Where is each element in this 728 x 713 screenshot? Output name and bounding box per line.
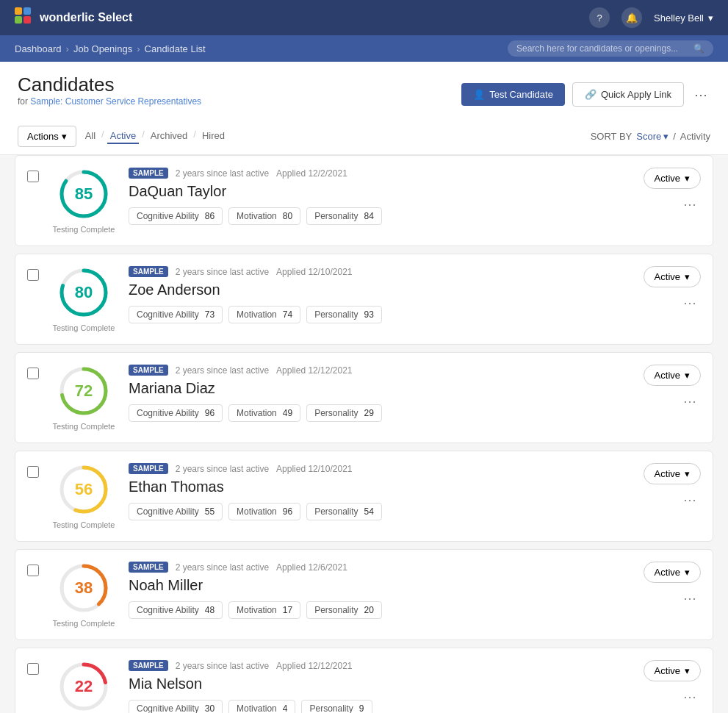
applied-date: Applied 12/10/2021	[276, 464, 352, 474]
score-circle: 80	[57, 266, 110, 319]
cognitive-value: 48	[205, 605, 215, 615]
last-active: 2 years since last active	[176, 168, 269, 179]
candidate-name[interactable]: DaQuan Taylor	[129, 183, 594, 200]
motivation-score: Motivation 49	[228, 404, 300, 422]
motivation-score: Motivation 96	[228, 503, 300, 520]
test-candidate-button[interactable]: 👤 Test Candidate	[461, 83, 565, 106]
cognitive-value: 73	[205, 309, 215, 320]
card-more-button[interactable]: ⋯	[679, 293, 701, 312]
filter-archived[interactable]: Archived	[148, 129, 191, 144]
card-checkbox-2	[27, 365, 39, 431]
candidate-checkbox[interactable]	[27, 171, 39, 182]
candidate-card: 38 Testing Complete SAMPLE 2 years since…	[15, 549, 713, 640]
subtitle-link[interactable]: Sample: Customer Service Representatives	[30, 96, 201, 107]
cognitive-label: Cognitive Ability	[137, 605, 199, 615]
score-label: Testing Complete	[53, 619, 115, 628]
score-circle: 56	[57, 463, 110, 516]
cognitive-score: Cognitive Ability 30	[129, 700, 223, 713]
svg-rect-0	[15, 7, 22, 15]
personality-label: Personality	[314, 506, 358, 517]
search-input[interactable]	[516, 43, 688, 54]
person-icon: 👤	[473, 89, 485, 100]
status-button[interactable]: Active ▾	[644, 660, 701, 681]
candidate-checkbox[interactable]	[27, 466, 39, 478]
sort-by-label: SORT BY	[591, 131, 633, 142]
logo-text: wonderlic Select	[40, 11, 132, 24]
status-button[interactable]: Active ▾	[644, 562, 701, 583]
card-more-button[interactable]: ⋯	[679, 490, 701, 509]
applied-date: Applied 12/12/2021	[276, 365, 352, 376]
chevron-down-icon: ▾	[685, 665, 690, 676]
card-actions: Active ▾ ⋯	[605, 365, 701, 431]
candidate-name[interactable]: Mariana Diaz	[129, 380, 594, 397]
scores-row: Cognitive Ability 30 Motivation 4 Person…	[129, 700, 594, 713]
candidate-card: 22 Testing Complete SAMPLE 2 years since…	[15, 648, 713, 713]
motivation-value: 80	[283, 211, 292, 221]
candidate-name[interactable]: Mia Nelson	[129, 676, 594, 692]
user-menu-button[interactable]: Shelley Bell ▾	[654, 12, 713, 24]
last-active: 2 years since last active	[176, 464, 269, 474]
chevron-down-icon: ▾	[663, 131, 668, 142]
breadcrumbs: Dashboard › Job Openings › Candidate Lis…	[15, 43, 206, 54]
last-active: 2 years since last active	[176, 562, 269, 573]
score-label: Testing Complete	[53, 225, 115, 234]
personality-label: Personality	[314, 309, 358, 320]
status-button[interactable]: Active ▾	[644, 266, 701, 287]
candidate-name[interactable]: Noah Miller	[129, 577, 594, 594]
candidate-checkbox[interactable]	[27, 565, 39, 576]
breadcrumb-job-openings[interactable]: Job Openings	[73, 43, 132, 54]
notifications-button[interactable]: 🔔	[621, 7, 642, 28]
candidate-checkbox[interactable]	[27, 663, 39, 675]
candidate-checkbox[interactable]	[27, 269, 39, 281]
score-section: 72 Testing Complete	[51, 365, 117, 431]
card-more-button[interactable]: ⋯	[679, 687, 701, 706]
scores-row: Cognitive Ability 86 Motivation 80 Perso…	[129, 207, 594, 225]
motivation-value: 96	[283, 506, 292, 517]
status-label: Active	[655, 468, 680, 479]
score-circle: 38	[57, 562, 110, 615]
score-circle: 85	[57, 168, 110, 221]
breadcrumb-candidate-list[interactable]: Candidate List	[145, 43, 206, 54]
filter-hired[interactable]: Hired	[199, 129, 228, 144]
candidate-name[interactable]: Zoe Anderson	[129, 282, 594, 298]
status-button[interactable]: Active ▾	[644, 463, 701, 484]
help-button[interactable]: ?	[589, 7, 610, 28]
chevron-down-icon: ▾	[685, 370, 690, 381]
quick-apply-button[interactable]: 🔗 Quick Apply Link	[572, 82, 684, 107]
candidate-checkbox[interactable]	[27, 368, 39, 379]
motivation-label: Motivation	[237, 211, 277, 221]
personality-score: Personality 84	[306, 207, 382, 225]
filter-all[interactable]: All	[82, 129, 98, 144]
cognitive-label: Cognitive Ability	[137, 703, 199, 713]
scores-row: Cognitive Ability 55 Motivation 96 Perso…	[129, 503, 594, 520]
candidate-card: 80 Testing Complete SAMPLE 2 years since…	[15, 254, 713, 345]
status-button[interactable]: Active ▾	[644, 168, 701, 189]
page-more-button[interactable]: ⋯	[691, 84, 710, 106]
motivation-label: Motivation	[237, 703, 277, 713]
motivation-value: 74	[283, 309, 292, 320]
actions-button[interactable]: Actions ▾	[18, 126, 76, 147]
personality-score: Personality 9	[301, 700, 372, 713]
card-more-button[interactable]: ⋯	[679, 195, 701, 214]
cognitive-value: 55	[205, 506, 215, 517]
card-meta: SAMPLE 2 years since last active Applied…	[129, 463, 594, 474]
filter-active[interactable]: Active	[107, 129, 139, 144]
sample-badge: SAMPLE	[129, 562, 168, 573]
filter-tabs: All / Active / Archived / Hired	[82, 129, 228, 144]
breadcrumb-sep-1: ›	[66, 43, 69, 54]
user-name: Shelley Bell	[654, 12, 704, 24]
candidate-card: 56 Testing Complete SAMPLE 2 years since…	[15, 451, 713, 542]
status-button[interactable]: Active ▾	[644, 365, 701, 386]
score-number: 56	[75, 480, 93, 499]
card-more-button[interactable]: ⋯	[679, 589, 701, 608]
candidate-name[interactable]: Ethan Thomas	[129, 479, 594, 495]
breadcrumb-dashboard[interactable]: Dashboard	[15, 43, 62, 54]
cognitive-score: Cognitive Ability 55	[129, 503, 223, 520]
scores-row: Cognitive Ability 48 Motivation 17 Perso…	[129, 601, 594, 619]
card-more-button[interactable]: ⋯	[679, 392, 701, 411]
card-checkbox-5	[27, 660, 39, 713]
sort-activity[interactable]: Activity	[680, 131, 710, 142]
score-number: 85	[75, 184, 93, 204]
sort-score-button[interactable]: Score ▾	[636, 131, 668, 142]
page-header-top: Candidates for Sample: Customer Service …	[18, 74, 710, 115]
